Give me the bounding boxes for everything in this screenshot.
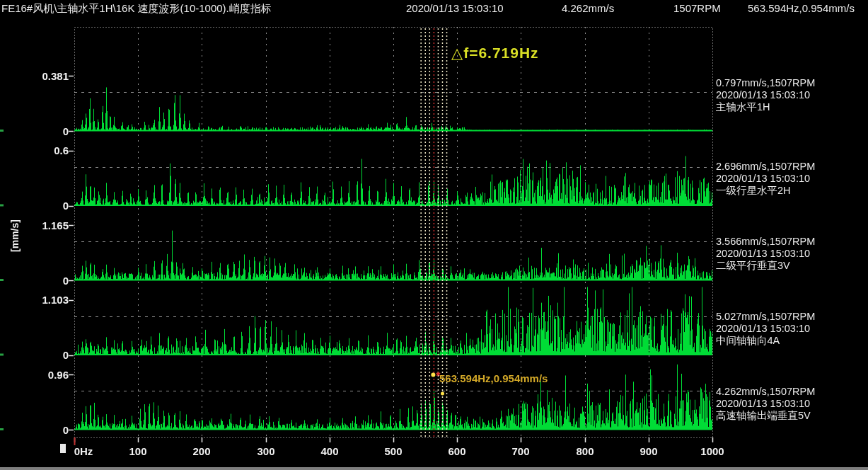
cursor-peak-label: 563.594Hz,0.954mm/s (439, 372, 548, 384)
x-tick-500: 500 (384, 445, 402, 457)
vibration-spectrum-screen: FE16#风机\主轴水平1H\16K 速度波形(10-1000).峭度指标 20… (0, 0, 868, 470)
channel-5-name: 高速轴输出端垂直5V (716, 410, 815, 422)
channel-2-datetime: 2020/01/13 15:03:10 (716, 173, 815, 185)
channel-1-name: 主轴水平1H (716, 101, 815, 113)
x-tick-200: 200 (192, 445, 210, 457)
channel-info-3: 3.566mm/s,1507RPM 2020/01/13 15:03:10 二级… (716, 236, 815, 272)
x-tick-400: 400 (320, 445, 338, 457)
x-tick-600: 600 (448, 445, 465, 457)
y-scale-ch5: 0.96 (19, 369, 69, 381)
y-zero-ch4: 0 (19, 349, 69, 361)
y-zero-ch5: 0 (19, 424, 69, 436)
channel-3-datetime: 2020/01/13 15:03:10 (716, 248, 815, 260)
channel-info-5: 4.262mm/s,1507RPM 2020/01/13 15:03:10 高速… (716, 386, 815, 422)
x-tick-800: 800 (576, 445, 594, 457)
channel-2-name: 一级行星水平2H (716, 185, 815, 197)
y-scale-ch4: 1.103 (19, 294, 69, 306)
channel-info-1: 0.797mm/s,1507RPM 2020/01/13 15:03:10 主轴… (716, 77, 815, 113)
x-tick-900: 900 (640, 445, 657, 457)
header-timestamp: 2020/01/13 15:03:10 (406, 2, 504, 14)
x-tick-300: 300 (257, 445, 274, 457)
y-zero-ch1: 0 (19, 125, 69, 137)
channel-4-name: 中间轴轴向4A (716, 335, 815, 347)
channel-5-datetime: 2020/01/13 15:03:10 (716, 398, 815, 410)
channel-info-2: 2.696mm/s,1507RPM 2020/01/13 15:03:10 一级… (716, 161, 815, 197)
channel-4-reading: 5.027mm/s,1507RPM (716, 311, 815, 323)
channel-3-name: 二级平行垂直3V (716, 260, 815, 272)
header-cursor-readout: 563.594Hz,0.954mm/s (748, 2, 855, 14)
y-zero-ch2: 0 (19, 200, 69, 212)
x-tick-100: 100 (129, 445, 146, 457)
header-rpm: 1507RPM (673, 2, 721, 14)
header-amplitude: 4.262mm/s (562, 2, 614, 14)
x-tick-1000: 1000 (700, 445, 724, 457)
channel-5-reading: 4.262mm/s,1507RPM (716, 386, 815, 398)
y-zero-ch3: 0 (19, 275, 69, 287)
y-scale-ch2: 0.6 (19, 144, 69, 156)
y-axis-unit-label: [mm/s] (9, 211, 21, 260)
x-tick-700: 700 (511, 445, 529, 457)
channel-3-reading: 3.566mm/s,1507RPM (716, 236, 815, 248)
channel-1-reading: 0.797mm/s,1507RPM (716, 77, 815, 89)
channel-info-4: 5.027mm/s,1507RPM 2020/01/13 15:03:10 中间… (716, 311, 815, 347)
x-tick-0: 0Hz (74, 445, 93, 457)
delta-f-annotation: △f=6.719Hz (451, 45, 539, 62)
y-scale-ch3: 1.165 (19, 219, 69, 231)
channel-2-reading: 2.696mm/s,1507RPM (716, 161, 815, 173)
channel-1-datetime: 2020/01/13 15:03:10 (716, 89, 815, 101)
channel-4-datetime: 2020/01/13 15:03:10 (716, 323, 815, 335)
measurement-path: FE16#风机\主轴水平1H\16K 速度波形(10-1000).峭度指标 (1, 2, 272, 16)
y-scale-ch1: 0.381 (19, 70, 69, 82)
